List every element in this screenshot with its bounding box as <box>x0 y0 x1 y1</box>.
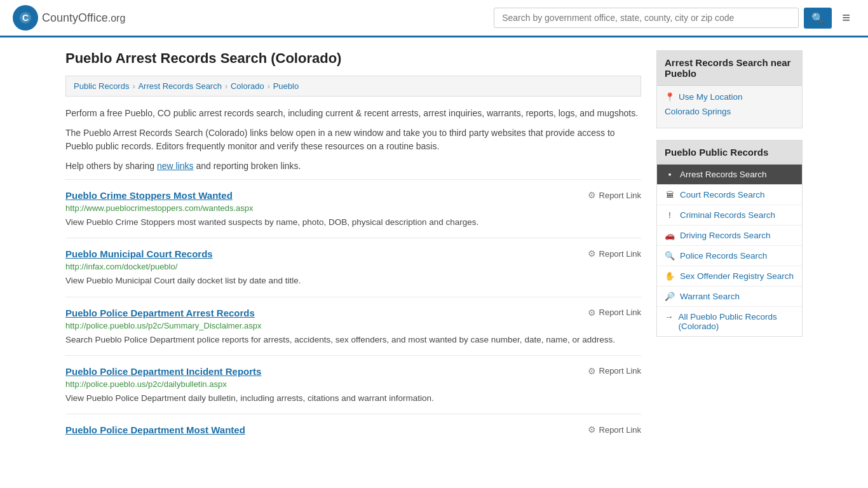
report-link-btn-4[interactable]: ⚙ Report Link <box>588 424 641 435</box>
report-link-btn-2[interactable]: ⚙ Report Link <box>588 308 641 318</box>
breadcrumb-sep-3: › <box>268 82 270 91</box>
sidebar-pr-warrant[interactable]: 🔎 Warrant Search <box>657 287 802 307</box>
right-column: Arrest Records Search near Pueblo 📍 Use … <box>656 50 803 447</box>
sidebar-pr-warrant-link[interactable]: Warrant Search <box>680 292 740 301</box>
sidebar-pr-arrest-records[interactable]: ▪ Arrest Records Search <box>657 165 802 185</box>
report-link-label-3: Report Link <box>599 366 641 376</box>
result-item: Pueblo Police Department Most Wanted ⚙ R… <box>65 414 641 447</box>
result-url-1[interactable]: http://infax.com/docket/pueblo/ <box>65 262 641 271</box>
report-icon-4: ⚙ <box>588 424 596 435</box>
sidebar-public-records: Pueblo Public Records ▪ Arrest Records S… <box>656 140 803 337</box>
desc-para3-suffix: and reporting broken links. <box>194 161 301 171</box>
use-my-location-link[interactable]: Use My Location <box>679 92 743 102</box>
sidebar-pr-title: Pueblo Public Records <box>657 140 802 165</box>
arrest-records-icon: ▪ <box>665 170 675 179</box>
result-desc-1: View Pueblo Municipal Court daily docket… <box>65 274 641 287</box>
arrow-icon: → <box>665 312 674 322</box>
warrant-icon: 🔎 <box>665 292 675 301</box>
logo-area: C CountyOffice.org <box>13 5 125 30</box>
report-link-btn-3[interactable]: ⚙ Report Link <box>588 366 641 376</box>
result-item: Pueblo Municipal Court Records ⚙ Report … <box>65 238 641 296</box>
result-item: Pueblo Police Department Arrest Records … <box>65 297 641 355</box>
logo-text: CountyOffice.org <box>42 11 125 25</box>
driving-records-icon: 🚗 <box>665 231 675 240</box>
result-url-0[interactable]: http://www.pueblocrimestoppers.com/wante… <box>65 203 641 213</box>
pin-icon: 📍 <box>665 92 675 102</box>
sidebar-pr-sex-offender-link[interactable]: Sex Offender Registry Search <box>680 271 794 281</box>
sidebar-pr-court-link[interactable]: Court Records Search <box>680 190 765 200</box>
logo-icon: C <box>13 5 38 30</box>
svg-text:C: C <box>22 13 29 23</box>
result-title-3[interactable]: Pueblo Police Department Incident Report… <box>65 366 261 377</box>
page-title: Pueblo Arrest Records Search (Colorado) <box>65 50 641 67</box>
desc-para3-prefix: Help others by sharing <box>65 161 157 171</box>
sidebar-pr-police-records[interactable]: 🔍 Police Records Search <box>657 246 802 266</box>
colorado-springs-item[interactable]: Colorado Springs <box>665 107 794 116</box>
main-content: Pueblo Arrest Records Search (Colorado) … <box>53 37 815 459</box>
breadcrumb-sep-1: › <box>132 82 135 91</box>
report-link-label-2: Report Link <box>599 308 641 317</box>
report-link-label-0: Report Link <box>599 191 641 200</box>
description-para3: Help others by sharing new links and rep… <box>65 159 641 173</box>
search-button[interactable]: 🔍 <box>804 8 832 29</box>
sidebar-nearby-title: Arrest Records Search near Pueblo <box>657 51 802 86</box>
breadcrumb: Public Records › Arrest Records Search ›… <box>65 76 641 97</box>
use-my-location-item[interactable]: 📍 Use My Location <box>665 92 794 102</box>
result-title-2[interactable]: Pueblo Police Department Arrest Records <box>65 308 255 318</box>
sidebar-pr-criminal-records[interactable]: ! Criminal Records Search <box>657 205 802 226</box>
report-link-label-4: Report Link <box>599 425 641 435</box>
hamburger-icon: ≡ <box>842 10 850 25</box>
result-title-0[interactable]: Pueblo Crime Stoppers Most Wanted <box>65 190 233 201</box>
description-para2: The Pueblo Arrest Records Search (Colora… <box>65 126 641 153</box>
breadcrumb-sep-2: › <box>225 82 227 91</box>
report-link-btn-1[interactable]: ⚙ Report Link <box>588 248 641 259</box>
result-title-4[interactable]: Pueblo Police Department Most Wanted <box>65 424 245 435</box>
result-item: Pueblo Crime Stoppers Most Wanted ⚙ Repo… <box>65 179 641 238</box>
search-bar-area: 🔍 ≡ <box>494 7 855 29</box>
menu-button[interactable]: ≡ <box>837 7 855 29</box>
colorado-springs-link[interactable]: Colorado Springs <box>665 107 731 116</box>
report-link-label-1: Report Link <box>599 249 641 259</box>
breadcrumb-public-records[interactable]: Public Records <box>74 81 129 91</box>
breadcrumb-pueblo[interactable]: Pueblo <box>273 81 299 91</box>
sidebar-pr-driving-records[interactable]: 🚗 Driving Records Search <box>657 226 802 246</box>
sidebar-pr-criminal-link[interactable]: Criminal Records Search <box>680 210 775 220</box>
report-icon-0: ⚙ <box>588 190 596 200</box>
header: C CountyOffice.org 🔍 ≡ <box>0 0 868 37</box>
all-records-item[interactable]: → All Pueblo Public Records (Colorado) <box>657 307 802 336</box>
sidebar-pr-sex-offender[interactable]: ✋ Sex Offender Registry Search <box>657 266 802 287</box>
description-para1: Perform a free Pueblo, CO public arrest … <box>65 107 641 120</box>
sidebar-pr-police-link[interactable]: Police Records Search <box>680 251 767 261</box>
police-records-icon: 🔍 <box>665 251 675 261</box>
result-url-3[interactable]: http://police.pueblo.us/p2c/dailybulleti… <box>65 379 641 389</box>
search-icon: 🔍 <box>811 13 824 24</box>
left-column: Pueblo Arrest Records Search (Colorado) … <box>65 50 641 447</box>
result-url-2[interactable]: http://police.pueblo.us/p2c/Summary_Disc… <box>65 321 641 330</box>
breadcrumb-colorado[interactable]: Colorado <box>231 81 264 91</box>
search-input[interactable] <box>494 8 799 28</box>
sidebar-pr-driving-link[interactable]: Driving Records Search <box>680 231 771 240</box>
result-title-1[interactable]: Pueblo Municipal Court Records <box>65 248 213 259</box>
sidebar-pr-arrest-link[interactable]: Arrest Records Search <box>680 170 767 179</box>
report-icon-3: ⚙ <box>588 366 596 376</box>
result-item: Pueblo Police Department Incident Report… <box>65 355 641 414</box>
result-desc-3: View Pueblo Police Department daily bull… <box>65 392 641 405</box>
sidebar-pr-court-records[interactable]: 🏛 Court Records Search <box>657 185 802 205</box>
sex-offender-icon: ✋ <box>665 271 675 281</box>
result-desc-0: View Pueblo Crime Stoppers most wanted s… <box>65 216 641 229</box>
report-icon-2: ⚙ <box>588 308 596 318</box>
result-desc-2: Search Pueblo Police Department police r… <box>65 334 641 346</box>
new-links-link[interactable]: new links <box>157 161 194 171</box>
all-records-link[interactable]: All Pueblo Public Records (Colorado) <box>679 312 795 331</box>
breadcrumb-arrest-records[interactable]: Arrest Records Search <box>138 81 222 91</box>
court-records-icon: 🏛 <box>665 190 675 200</box>
criminal-records-icon: ! <box>665 210 675 220</box>
sidebar-nearby: Arrest Records Search near Pueblo 📍 Use … <box>656 50 803 128</box>
report-icon-1: ⚙ <box>588 248 596 259</box>
sidebar-nearby-body: 📍 Use My Location Colorado Springs <box>657 86 802 128</box>
report-link-btn-0[interactable]: ⚙ Report Link <box>588 190 641 200</box>
